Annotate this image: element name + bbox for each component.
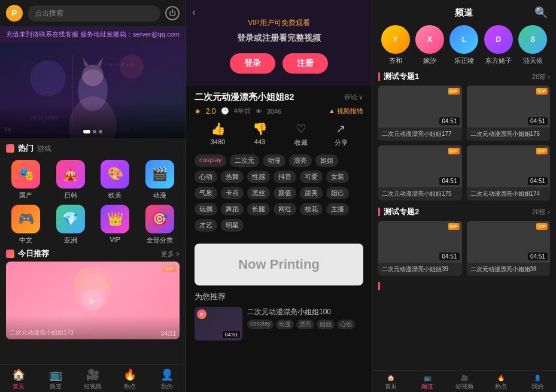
tag-jiejie[interactable]: 姐姐: [315, 154, 338, 167]
search-bar[interactable]: 点击搜索: [28, 5, 160, 22]
section-name-1: 测试专题2: [384, 206, 419, 217]
tag-cayi[interactable]: 才艺: [195, 219, 217, 232]
tag-erci[interactable]: 二次元: [230, 154, 259, 167]
right-nav-channel[interactable]: 📺 频道: [409, 375, 445, 391]
video-card-2[interactable]: VIP 04:51 二次元动漫漂亮小姐姐175: [378, 145, 462, 200]
collect-button[interactable]: ♡ 收藏: [294, 121, 308, 147]
category-label-5: 亚洲: [64, 236, 77, 245]
today-thumbnail[interactable]: VIP ▶ 二次元动漫亮小姐姐173 04:51: [6, 262, 180, 339]
tag-yanzhi[interactable]: 颜值: [274, 187, 296, 199]
video-card-s2-1[interactable]: VIP 04:51 二次元动漫漂亮小姐姐38: [467, 221, 551, 276]
video-card-s2-0[interactable]: VIP 04:51 二次元动漫漂亮小姐姐39: [378, 221, 462, 276]
category-item-3[interactable]: 🎬 动漫: [140, 160, 180, 200]
right-nav-hot[interactable]: 🔥 热点: [482, 375, 519, 391]
rec-tag-1: 动漫: [276, 320, 294, 329]
tag-wanghong[interactable]: 网红: [274, 203, 296, 215]
right-nav-shortvideo[interactable]: 🎥 短视频: [446, 375, 482, 391]
avatar-circle-2: L: [449, 25, 478, 54]
right-nav-home[interactable]: 🏠 首页: [372, 375, 409, 391]
like-button[interactable]: 👍 3480: [211, 121, 226, 147]
hot-sub: 游戏: [37, 144, 51, 154]
tag-kadian[interactable]: 卡点: [221, 187, 244, 199]
avatar-circle-4: S: [518, 25, 547, 54]
vip-badge-s2-0: VIP: [448, 223, 460, 230]
video-meta: ★ 2.0 🕐 4年前 👁 3046 ▲ 视频报错: [195, 107, 363, 116]
share-button[interactable]: ↗ 分享: [335, 121, 348, 147]
video-thumb-2: VIP 04:51: [378, 145, 462, 187]
category-item-1[interactable]: 🎪 日韩: [51, 160, 91, 200]
tag-nvzhuang[interactable]: 女装: [326, 171, 349, 183]
right-search-icon[interactable]: 🔍: [534, 6, 548, 19]
tag-xiaohua[interactable]: 校花: [300, 203, 323, 215]
tag-douyin[interactable]: 抖音: [274, 171, 296, 183]
right-nav-profile[interactable]: 👤 我的: [519, 375, 556, 391]
tag-xinggan[interactable]: 性感: [247, 171, 270, 183]
nav-hot[interactable]: 🔥 热点: [111, 368, 148, 391]
tag-rewu[interactable]: 热舞: [221, 171, 244, 183]
dislike-button[interactable]: 👎 443: [253, 121, 268, 147]
hero-dot-3: [99, 130, 102, 133]
tag-xindong[interactable]: 心动: [195, 171, 217, 183]
tag-dongman[interactable]: 动漫: [263, 154, 285, 167]
category-item-0[interactable]: 🎭 国产: [6, 160, 46, 200]
tag-tianmei[interactable]: 甜美: [300, 187, 323, 199]
avatar-item-2[interactable]: L 乐正绫: [449, 25, 478, 65]
video-card-title-s2-0: 二次元动漫漂亮小姐姐39: [378, 263, 462, 276]
channel-section-2: [378, 282, 550, 290]
category-label-0: 国产: [19, 191, 32, 200]
comment-button[interactable]: 评论 ∨: [344, 93, 363, 102]
rec-tag-2: 漂亮: [296, 320, 314, 329]
channel-icon: 📺: [49, 368, 62, 381]
tag-mingxing[interactable]: 明星: [221, 219, 244, 232]
video-card-0[interactable]: VIP 04:51 二次元动漫漂亮小姐姐177: [378, 86, 462, 141]
right-scroll-area[interactable]: 测试专题1 20部 › VIP 04:51 二次元动漫漂亮小姐姐177: [372, 71, 556, 370]
more-link[interactable]: 更多 >: [161, 250, 180, 259]
nav-home[interactable]: 🏠 首页: [0, 368, 37, 391]
tag-qizhi[interactable]: 气质: [195, 187, 217, 199]
category-grid: 🎭 国产 🎪 日韩 🎨 欧美 🎬 动漫 🎮 中文 💎 亚洲 👑 VIP 🎯: [0, 156, 186, 248]
right-hot-icon: 🔥: [497, 375, 505, 381]
register-button[interactable]: 注册: [282, 53, 328, 74]
video-card-1[interactable]: VIP 04:51 二次元动漫漂亮小姐姐176: [467, 86, 551, 141]
category-item-2[interactable]: 🎨 欧美: [95, 160, 135, 200]
avatar-name-2: 乐正绫: [454, 56, 474, 65]
tag-heisi[interactable]: 黑丝: [247, 187, 270, 199]
tag-piaoliang[interactable]: 漂亮: [289, 154, 312, 167]
recommend-title: 为您推荐: [195, 291, 363, 302]
tag-wanou[interactable]: 玩偶: [195, 203, 217, 215]
category-item-7[interactable]: 🎯 全部分类: [140, 205, 180, 245]
tag-wudao[interactable]: 舞蹈: [221, 203, 244, 215]
left-panel: P 点击搜索 ⏻ 充值未到请联系在线客服 服务地址发邮箱：server@qq.c…: [0, 0, 186, 392]
power-icon[interactable]: ⏻: [165, 6, 180, 20]
nav-shortvideo[interactable]: 🎥 短视频: [74, 368, 111, 391]
tag-changtui[interactable]: 长腿: [247, 203, 270, 215]
recommend-item-0[interactable]: P 04:51 二次元动漫漂亮小姐姐100 cosplay 动漫 漂亮 姐姐 心…: [195, 307, 363, 341]
category-item-5[interactable]: 💎 亚洲: [51, 205, 91, 245]
tag-cosplay[interactable]: cosplay: [195, 154, 226, 167]
tag-daji[interactable]: 妲己: [326, 187, 349, 199]
category-label-6: VIP: [110, 236, 120, 243]
error-report-button[interactable]: ▲ 视频报错: [329, 107, 363, 116]
category-icon-guochan: 🎭: [11, 160, 40, 189]
category-item-6[interactable]: 👑 VIP: [95, 205, 135, 245]
avatar-name-1: 婉汐: [423, 56, 436, 65]
tag-keai[interactable]: 可爱: [300, 171, 323, 183]
hot-title: 热门: [18, 143, 34, 154]
tag-zhibo[interactable]: 主播: [326, 203, 349, 215]
nav-channel[interactable]: 📺 频道: [37, 368, 74, 391]
video-card-3[interactable]: VIP 04:51 二次元动漫漂亮小姐姐174: [467, 145, 551, 200]
profile-icon: 👤: [160, 368, 174, 381]
hot-nav-icon: 🔥: [123, 368, 136, 381]
category-item-4[interactable]: 🎮 中文: [6, 205, 46, 245]
avatar-item-1[interactable]: X 婉汐: [415, 25, 444, 65]
avatar-item-3[interactable]: D 东方姥子: [484, 25, 513, 65]
rec-tag-0: cosplay: [247, 320, 274, 329]
avatar-item-4[interactable]: S 涟天依: [518, 25, 547, 65]
back-button[interactable]: ‹: [192, 6, 196, 19]
login-button[interactable]: 登录: [230, 53, 275, 74]
hero-dots: [83, 130, 102, 133]
video-card-title-1: 二次元动漫漂亮小姐姐176: [467, 127, 551, 141]
avatar-item-0[interactable]: Y 齐和: [381, 25, 410, 65]
nav-profile[interactable]: 👤 我的: [148, 368, 186, 391]
collect-label: 收藏: [294, 138, 308, 147]
